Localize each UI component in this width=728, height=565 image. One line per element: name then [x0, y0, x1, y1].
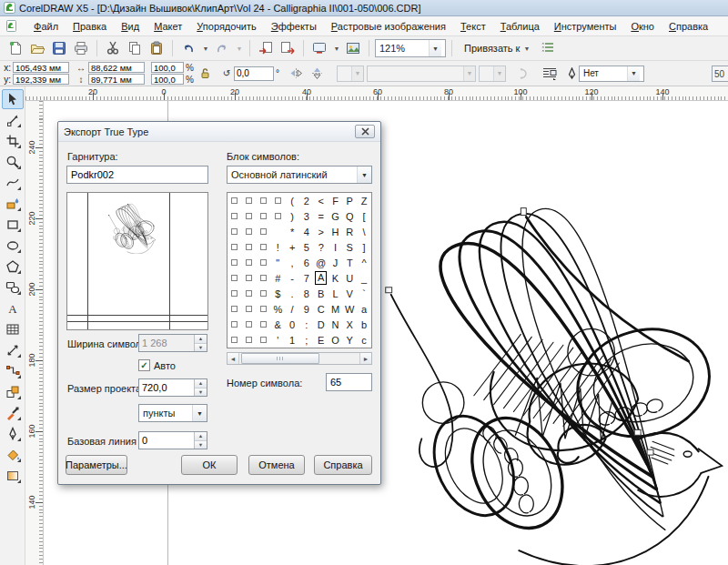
- crop-tool[interactable]: [2, 131, 24, 151]
- char-cell[interactable]: -: [285, 270, 299, 286]
- redo-dropdown[interactable]: ▼: [234, 38, 244, 58]
- char-cell[interactable]: [228, 193, 242, 208]
- char-cell[interactable]: >: [314, 224, 329, 239]
- x-position-field[interactable]: [13, 62, 69, 73]
- char-cell[interactable]: L: [329, 286, 343, 301]
- char-cell[interactable]: 8: [299, 286, 314, 301]
- scale-x-field[interactable]: [151, 62, 184, 73]
- char-cell[interactable]: *: [285, 224, 299, 239]
- auto-checkbox[interactable]: ✓: [138, 359, 150, 371]
- char-cell[interactable]: (: [285, 193, 299, 208]
- char-cell[interactable]: O: [329, 332, 343, 348]
- menu-bitmaps[interactable]: Растровые изображения: [324, 18, 453, 35]
- scroll-right-icon[interactable]: ►: [359, 353, 371, 364]
- dimension-tool[interactable]: [2, 340, 24, 360]
- char-cell[interactable]: [228, 332, 242, 348]
- char-cell[interactable]: 3: [299, 208, 314, 224]
- lock-ratio-button[interactable]: [197, 65, 215, 83]
- char-cell[interactable]: #: [270, 270, 285, 286]
- stepper-arrows[interactable]: ▲▼: [194, 432, 207, 449]
- char-cell[interactable]: E: [314, 332, 329, 348]
- char-cell[interactable]: G: [329, 208, 343, 224]
- char-cell[interactable]: [242, 301, 257, 317]
- rotation-angle-field[interactable]: [234, 66, 274, 81]
- ellipse-tool[interactable]: [2, 236, 24, 256]
- table-tool[interactable]: [2, 319, 24, 339]
- zoom-tool[interactable]: [2, 152, 24, 172]
- char-cell[interactable]: ,: [285, 255, 299, 270]
- char-cell[interactable]: [228, 317, 242, 332]
- char-cell[interactable]: c: [357, 332, 371, 348]
- char-cell[interactable]: 4: [299, 224, 314, 239]
- connector-tool[interactable]: [2, 361, 24, 381]
- application-launcher-dropdown[interactable]: ▼: [331, 38, 341, 58]
- char-cell[interactable]: [257, 332, 271, 348]
- save-button[interactable]: [49, 38, 69, 58]
- interactive-fill-tool[interactable]: [2, 466, 24, 486]
- scroll-left-icon[interactable]: ◄: [228, 353, 239, 364]
- options-button[interactable]: Параметры...: [66, 455, 127, 475]
- char-cell[interactable]: 0: [285, 317, 299, 332]
- char-cell[interactable]: [257, 286, 271, 301]
- options-button[interactable]: [538, 38, 558, 58]
- menu-effects[interactable]: Эффекты: [264, 18, 324, 35]
- application-launcher-button[interactable]: [309, 38, 329, 58]
- menu-view[interactable]: Вид: [114, 18, 147, 35]
- char-cell[interactable]: T: [342, 255, 357, 270]
- baseline-stepper[interactable]: ▲▼: [138, 431, 207, 449]
- menu-help[interactable]: Справка: [662, 18, 715, 35]
- vertical-ruler[interactable]: 240220200180160140: [25, 101, 44, 565]
- document-icon[interactable]: [5, 20, 17, 32]
- char-cell[interactable]: ?: [314, 239, 329, 255]
- fill-tool[interactable]: [2, 445, 24, 465]
- char-cell[interactable]: C: [314, 301, 329, 317]
- char-cell[interactable]: _: [357, 270, 371, 286]
- outline-pen-tool[interactable]: [2, 424, 24, 444]
- char-cell[interactable]: K: [329, 270, 343, 286]
- new-document-button[interactable]: [5, 38, 25, 58]
- char-cell[interactable]: Y: [342, 332, 357, 348]
- char-cell[interactable]: ': [270, 332, 285, 348]
- char-cell[interactable]: [257, 270, 271, 286]
- menu-arrange[interactable]: Упорядочить: [189, 18, 263, 35]
- char-cell[interactable]: [257, 224, 271, 239]
- char-cell[interactable]: 2: [299, 193, 314, 208]
- import-button[interactable]: [256, 38, 276, 58]
- char-cell[interactable]: [228, 224, 242, 239]
- char-cell[interactable]: a: [357, 301, 371, 317]
- char-cell[interactable]: [: [357, 208, 371, 224]
- char-cell[interactable]: N: [329, 317, 343, 332]
- char-cell[interactable]: [242, 193, 257, 208]
- char-cell[interactable]: V: [342, 286, 357, 301]
- char-cell[interactable]: [242, 239, 257, 255]
- calligraphic-bird-drawing[interactable]: [382, 168, 728, 565]
- char-cell[interactable]: b: [357, 317, 371, 332]
- char-cell[interactable]: =: [314, 208, 329, 224]
- menu-text[interactable]: Текст: [453, 18, 493, 35]
- symbol-block-combobox[interactable]: Основной латинский ▼: [227, 166, 372, 184]
- char-cell[interactable]: J: [329, 255, 343, 270]
- char-cell-selected[interactable]: A: [314, 270, 329, 286]
- char-cell[interactable]: [257, 255, 271, 270]
- menu-file[interactable]: Файл: [26, 18, 66, 35]
- chevron-down-icon[interactable]: ▼: [429, 40, 441, 56]
- char-cell[interactable]: H: [329, 224, 343, 239]
- units-combobox[interactable]: пункты ▼: [138, 404, 207, 422]
- outline-width-combobox[interactable]: Нет ▼: [579, 66, 644, 82]
- menu-tools[interactable]: Инструменты: [547, 18, 624, 35]
- clipped-edge-field[interactable]: [712, 66, 728, 82]
- dialog-close-button[interactable]: [355, 125, 375, 138]
- cancel-button[interactable]: Отмена: [248, 455, 305, 475]
- mirror-vertical-button[interactable]: [308, 65, 327, 83]
- char-cell[interactable]: P: [342, 193, 357, 208]
- character-grid-scrollbar[interactable]: ◄ ►: [227, 352, 372, 365]
- char-cell[interactable]: [242, 270, 257, 286]
- scrollbar-track[interactable]: [239, 353, 359, 364]
- char-cell[interactable]: ;: [299, 332, 314, 348]
- char-cell[interactable]: 9: [299, 301, 314, 317]
- char-cell[interactable]: [228, 208, 242, 224]
- cut-button[interactable]: [103, 38, 123, 58]
- export-button[interactable]: [278, 38, 298, 58]
- char-cell[interactable]: S: [342, 239, 357, 255]
- char-cell[interactable]: [242, 208, 257, 224]
